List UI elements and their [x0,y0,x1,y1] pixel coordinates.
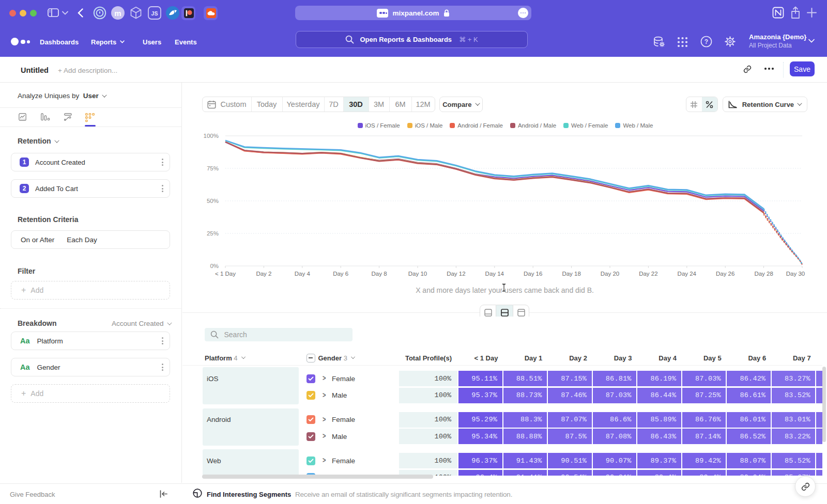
svg-text:Day 26: Day 26 [716,271,734,277]
svg-text:Day 24: Day 24 [678,271,697,277]
svg-text:Day 14: Day 14 [485,271,504,277]
svg-text:0%: 0% [210,263,219,269]
svg-text:100%: 100% [204,133,219,139]
svg-text:Day 18: Day 18 [562,271,580,277]
svg-text:Day 30: Day 30 [786,271,805,277]
svg-text:Day 8: Day 8 [372,271,387,277]
svg-text:25%: 25% [207,230,219,237]
svg-text:Day 6: Day 6 [333,271,348,277]
svg-text:Day 28: Day 28 [754,271,773,277]
svg-text:Day 12: Day 12 [447,271,465,277]
svg-text:< 1 Day: < 1 Day [215,271,236,277]
svg-text:75%: 75% [207,165,219,171]
svg-text:Day 22: Day 22 [639,271,657,277]
svg-text:Day 10: Day 10 [408,271,427,277]
svg-text:Day 4: Day 4 [295,271,311,277]
svg-text:Day 20: Day 20 [601,271,619,277]
svg-text:Day 2: Day 2 [256,271,271,277]
svg-text:JS: JS [151,10,158,17]
svg-text:Day 16: Day 16 [524,271,542,277]
svg-text:?: ? [705,38,708,45]
svg-text:50%: 50% [207,198,219,204]
